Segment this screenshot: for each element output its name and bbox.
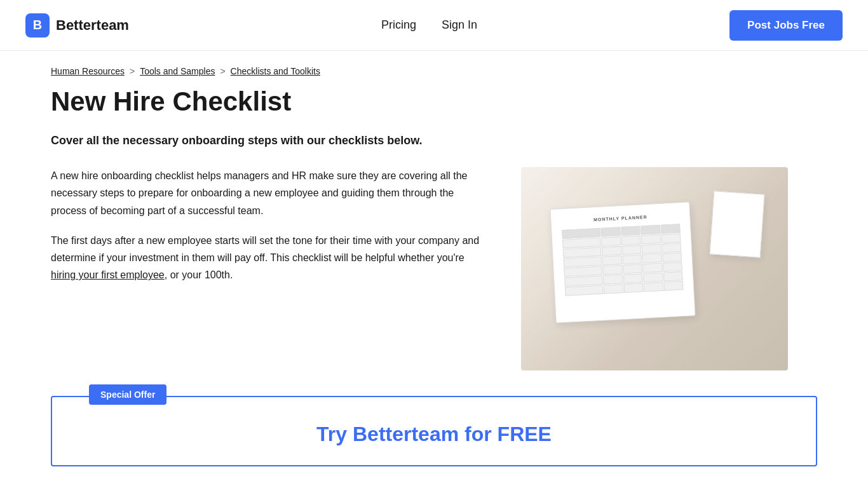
grid-cell	[622, 255, 642, 265]
grid-cell	[662, 252, 682, 262]
grid-cell	[623, 274, 642, 284]
special-offer-box: Try Betterteam for FREE	[51, 396, 817, 466]
paragraph-2-part2: , or your 100th.	[165, 269, 233, 280]
logo-area: B Betterteam	[25, 13, 129, 37]
logo-text: Betterteam	[56, 17, 129, 34]
grid-cell	[623, 264, 642, 274]
site-header: B Betterteam Pricing Sign In Post Jobs F…	[0, 0, 868, 51]
paragraph-1: A new hire onboarding checklist helps ma…	[51, 167, 483, 219]
image-column: Monthly Planner	[521, 167, 788, 370]
grid-cell	[621, 236, 641, 246]
signin-nav-link[interactable]: Sign In	[442, 18, 477, 32]
grid-cell	[660, 224, 680, 234]
grid-cell	[663, 262, 682, 272]
content-area: A new hire onboarding checklist helps ma…	[51, 167, 817, 370]
grid-cell	[604, 284, 623, 294]
breadcrumb-checklists[interactable]: Checklists and Toolkits	[231, 66, 320, 76]
pricing-nav-link[interactable]: Pricing	[381, 18, 416, 32]
grid-cell	[641, 234, 661, 245]
grid-cell	[602, 246, 621, 256]
grid-cell	[643, 273, 663, 283]
try-betterteam-title: Try Betterteam for FREE	[316, 423, 552, 446]
special-offer-tag: Special Offer	[89, 384, 166, 405]
post-jobs-button[interactable]: Post Jobs Free	[729, 10, 843, 41]
grid-cell	[642, 244, 661, 254]
grid-cell	[621, 245, 641, 255]
grid-cell	[601, 236, 621, 247]
page-title: New Hire Checklist	[51, 86, 817, 117]
grid-cell	[644, 282, 663, 292]
breadcrumb-separator-1: >	[130, 66, 135, 76]
grid-cell	[642, 263, 662, 273]
planner-grid	[562, 224, 683, 297]
subtitle: Cover all the necessary onboarding steps…	[51, 132, 817, 149]
breadcrumb-separator-2: >	[220, 66, 225, 76]
grid-cell	[661, 233, 681, 243]
hiring-first-employee-link[interactable]: hiring your first employee	[51, 269, 165, 280]
grid-cell	[602, 265, 622, 275]
grid-cell	[641, 225, 660, 235]
paragraph-2-part1: The first days after a new employee star…	[51, 235, 479, 263]
grid-cell	[663, 281, 683, 291]
grid-cell	[621, 226, 641, 236]
planner-title: Monthly Planner	[561, 214, 679, 224]
special-offer-section: Special Offer Try Betterteam for FREE	[51, 396, 817, 466]
grid-cell	[663, 271, 682, 281]
main-content: New Hire Checklist Cover all the necessa…	[0, 76, 868, 396]
grid-cell	[623, 283, 643, 294]
planner-corner-card	[710, 191, 765, 258]
grid-cell	[661, 243, 681, 253]
grid-cell	[600, 227, 620, 237]
paragraph-2: The first days after a new employee star…	[51, 232, 483, 284]
grid-cell	[642, 254, 661, 264]
logo-icon: B	[25, 13, 50, 37]
article-image: Monthly Planner	[521, 167, 788, 370]
breadcrumb-human-resources[interactable]: Human Resources	[51, 66, 125, 76]
breadcrumb: Human Resources > Tools and Samples > Ch…	[51, 66, 817, 76]
text-column: A new hire onboarding checklist helps ma…	[51, 167, 483, 296]
grid-cell	[603, 274, 623, 285]
main-nav: Pricing Sign In	[381, 18, 477, 32]
grid-cell	[602, 255, 621, 266]
logo-letter: B	[33, 18, 42, 32]
planner-card-illustration: Monthly Planner	[550, 202, 695, 323]
breadcrumb-tools-samples[interactable]: Tools and Samples	[140, 66, 215, 76]
breadcrumb-section: Human Resources > Tools and Samples > Ch…	[0, 51, 868, 76]
grid-cell	[565, 285, 604, 296]
